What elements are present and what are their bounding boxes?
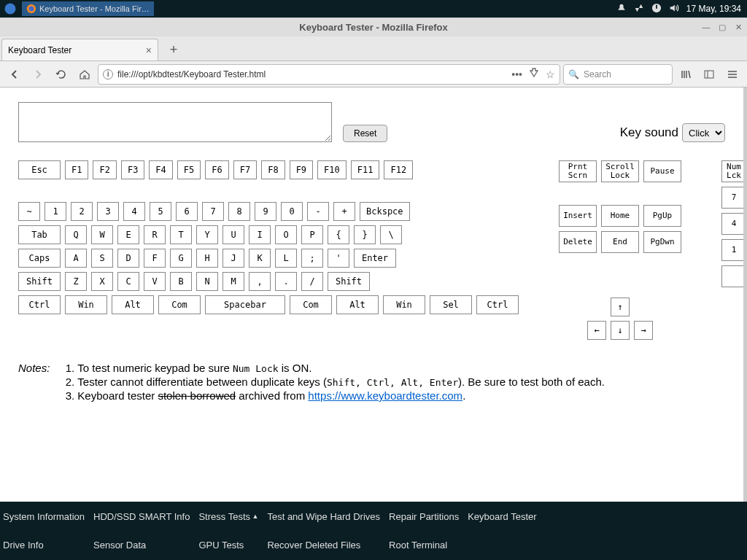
- key-f7[interactable]: F7: [233, 160, 257, 179]
- numpad-0[interactable]: 0: [721, 265, 747, 287]
- key--[interactable]: -: [307, 202, 329, 221]
- reset-button[interactable]: Reset: [343, 125, 387, 142]
- key-r[interactable]: R: [144, 225, 166, 244]
- key-esc[interactable]: Esc: [18, 160, 61, 179]
- key-/[interactable]: /: [301, 272, 323, 291]
- key-bckspce[interactable]: Bckspce: [360, 202, 410, 221]
- key-f[interactable]: F: [144, 249, 166, 268]
- key-pause[interactable]: Pause: [643, 160, 681, 182]
- key-\[interactable]: \: [380, 225, 402, 244]
- key-f5[interactable]: F5: [177, 160, 201, 179]
- key-f12[interactable]: F12: [384, 160, 413, 179]
- key-k[interactable]: K: [249, 249, 271, 268]
- key-i[interactable]: I: [249, 225, 271, 244]
- menu-system-information[interactable]: System Information: [3, 511, 85, 522]
- menu-keyboard-tester[interactable]: Keyboard Tester: [468, 511, 536, 522]
- key-o[interactable]: O: [275, 225, 297, 244]
- arrow-down-key[interactable]: ↓: [611, 321, 630, 340]
- tab-close-icon[interactable]: ×: [146, 44, 152, 56]
- source-link[interactable]: https://www.keyboardtester.com: [308, 389, 462, 402]
- menu-drive-info[interactable]: Drive Info: [3, 540, 85, 551]
- key-a[interactable]: A: [65, 249, 87, 268]
- key-u[interactable]: U: [222, 225, 244, 244]
- library-icon[interactable]: [676, 64, 696, 85]
- key-shift[interactable]: Shift: [328, 272, 370, 291]
- key-prnt-scrn[interactable]: PrntScrn: [559, 160, 597, 182]
- menu-recover-deleted-files[interactable]: Recover Deleted Files: [267, 540, 380, 551]
- key-2[interactable]: 2: [71, 202, 93, 221]
- key-win[interactable]: Win: [65, 295, 107, 314]
- key-p[interactable]: P: [301, 225, 323, 244]
- key-insert[interactable]: Insert: [559, 205, 597, 227]
- key-.[interactable]: .: [275, 272, 297, 291]
- key-c[interactable]: C: [117, 272, 139, 291]
- browser-tab[interactable]: Keyboard Tester ×: [1, 39, 158, 61]
- key-h[interactable]: H: [196, 249, 218, 268]
- close-button[interactable]: ✕: [732, 21, 744, 33]
- key-pgdwn[interactable]: PgDwn: [643, 231, 681, 253]
- maximize-button[interactable]: ▢: [716, 21, 728, 33]
- key-q[interactable]: Q: [65, 225, 87, 244]
- key-com[interactable]: Com: [158, 295, 201, 314]
- key-f4[interactable]: F4: [149, 160, 172, 179]
- numpad-num-lck[interactable]: NumLck: [721, 160, 746, 182]
- forward-button[interactable]: [28, 64, 48, 85]
- key-f6[interactable]: F6: [205, 160, 228, 179]
- key-'[interactable]: ': [328, 249, 349, 268]
- menu-test-and-wipe-hard-drives[interactable]: Test and Wipe Hard Drives: [267, 511, 380, 522]
- key-com[interactable]: Com: [290, 295, 332, 314]
- power-icon[interactable]: [651, 3, 662, 15]
- menu-hdd-ssd-smart-info[interactable]: HDD/SSD SMART Info: [93, 511, 190, 522]
- key-delete[interactable]: Delete: [559, 231, 597, 253]
- key-z[interactable]: Z: [65, 272, 87, 291]
- key-enter[interactable]: Enter: [354, 249, 396, 268]
- network-icon[interactable]: [634, 3, 644, 15]
- key-4[interactable]: 4: [123, 202, 145, 221]
- key-spacebar[interactable]: Spacebar: [205, 295, 285, 314]
- key-alt[interactable]: Alt: [112, 295, 154, 314]
- key-f11[interactable]: F11: [351, 160, 380, 179]
- key-n[interactable]: N: [196, 272, 218, 291]
- page-actions-icon[interactable]: •••: [511, 69, 522, 80]
- menu-sensor-data[interactable]: Sensor Data: [93, 540, 190, 551]
- search-box[interactable]: 🔍 Search: [563, 64, 673, 85]
- key-end[interactable]: End: [601, 231, 639, 253]
- key-7[interactable]: 7: [202, 202, 224, 221]
- key-alt[interactable]: Alt: [336, 295, 379, 314]
- key-s[interactable]: S: [91, 249, 113, 268]
- menu-repair-partitions[interactable]: Repair Partitions: [389, 511, 459, 522]
- key-w[interactable]: W: [91, 225, 113, 244]
- test-textarea[interactable]: [18, 102, 332, 142]
- key-,[interactable]: ,: [249, 272, 271, 291]
- numpad-1[interactable]: 1: [721, 239, 746, 261]
- key-3[interactable]: 3: [97, 202, 119, 221]
- key-home[interactable]: Home: [601, 205, 639, 227]
- key-m[interactable]: M: [222, 272, 244, 291]
- key-9[interactable]: 9: [255, 202, 276, 221]
- key-j[interactable]: J: [222, 249, 244, 268]
- key-l[interactable]: L: [275, 249, 297, 268]
- notification-icon[interactable]: [616, 3, 627, 15]
- hamburger-menu[interactable]: [722, 64, 743, 85]
- sidebar-icon[interactable]: [699, 64, 719, 85]
- numpad-7[interactable]: 7: [721, 187, 746, 209]
- key-f8[interactable]: F8: [261, 160, 285, 179]
- key-t[interactable]: T: [170, 225, 192, 244]
- new-tab-button[interactable]: +: [163, 39, 185, 61]
- taskbar-button[interactable]: Keyboard Tester - Mozilla Fir…: [22, 1, 154, 16]
- menu-gpu-tests[interactable]: GPU Tests: [198, 540, 258, 551]
- key-ctrl[interactable]: Ctrl: [476, 295, 519, 314]
- key-v[interactable]: V: [144, 272, 166, 291]
- key-y[interactable]: Y: [196, 225, 218, 244]
- arrow-up-key[interactable]: ↑: [611, 298, 630, 316]
- key-8[interactable]: 8: [228, 202, 250, 221]
- key-sel[interactable]: Sel: [430, 295, 472, 314]
- key-f9[interactable]: F9: [290, 160, 313, 179]
- key-x[interactable]: X: [91, 272, 113, 291]
- arrow-right-key[interactable]: →: [634, 321, 653, 340]
- key-b[interactable]: B: [170, 272, 192, 291]
- key-{[interactable]: {: [328, 225, 349, 244]
- key-f1[interactable]: F1: [65, 160, 88, 179]
- key-e[interactable]: E: [117, 225, 139, 244]
- bookmark-icon[interactable]: ☆: [546, 69, 555, 80]
